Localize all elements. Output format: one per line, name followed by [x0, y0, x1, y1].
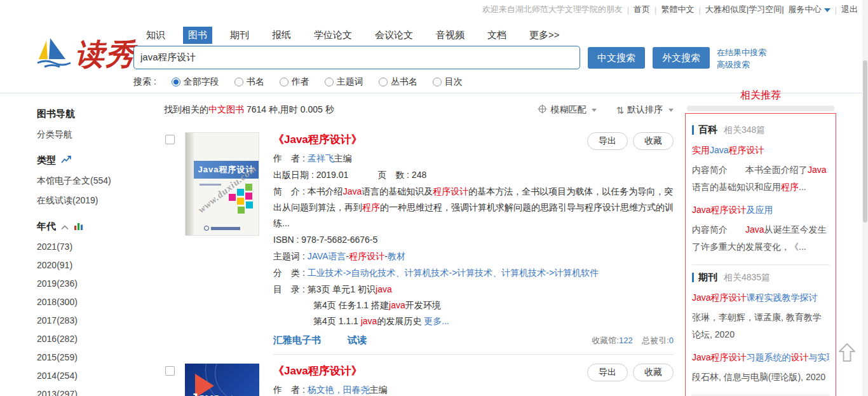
- scope-all-fields[interactable]: 全部字段: [172, 76, 219, 88]
- scope-toc[interactable]: 目次: [433, 76, 463, 88]
- bar-chart-icon[interactable]: [74, 221, 84, 232]
- author-row: 作 者 : 孟祥飞主编: [273, 151, 674, 167]
- year-heading: 年代: [37, 221, 148, 233]
- sidebar-item-online-preview[interactable]: 在线试读(2019): [37, 195, 148, 207]
- recommend-item-link[interactable]: Java程序设计课程实践教学探讨: [692, 292, 829, 304]
- tab-journals[interactable]: 期刊: [225, 27, 254, 44]
- publish-date: 2019.01: [316, 170, 349, 180]
- select-checkbox[interactable]: [165, 366, 175, 376]
- back-to-top-button[interactable]: [837, 342, 857, 366]
- year-filter[interactable]: 2013(297): [37, 389, 148, 396]
- select-checkbox[interactable]: [165, 135, 175, 144]
- arrow-up-icon: [837, 342, 857, 364]
- book-result-1: Java程序设计 www.duxiu.com 《Java程序设计》 导出 收藏 …: [164, 132, 674, 355]
- radio-icon: [234, 78, 243, 86]
- service-center-menu[interactable]: 服务中心: [789, 4, 831, 15]
- book-result-2: Java程序设计 《Java程序设计》 导出 收藏 作 者 : 杨文艳，田春尧主…: [164, 364, 674, 396]
- chevron-down-icon: [824, 8, 831, 12]
- radio-icon: [379, 78, 388, 86]
- chevron-down-icon: [668, 109, 674, 112]
- radio-icon: [325, 78, 334, 86]
- scope-series-title[interactable]: 丛书名: [379, 76, 417, 88]
- export-button[interactable]: 导出: [587, 132, 628, 150]
- sort-dropdown[interactable]: ⇅ 默认排序: [616, 104, 674, 116]
- fuzzy-match-dropdown[interactable]: 模糊匹配: [538, 104, 597, 116]
- recommend-item-link[interactable]: 实用Java程序设计: [692, 145, 829, 156]
- traditional-chinese-link[interactable]: 繁體中文: [661, 4, 694, 15]
- year-filter[interactable]: 2018(300): [37, 297, 148, 307]
- tab-more[interactable]: 更多>>: [524, 27, 565, 44]
- recommend-item-desc: 内容简介 本书全面介绍了Java语言的基础知识和应用程序...: [692, 161, 829, 196]
- author-link[interactable]: 杨文艳，田春尧主编: [308, 385, 388, 395]
- scrollbar-thumb[interactable]: [863, 60, 867, 222]
- results-main: 找到相关的中文图书 7614 种,用时 0.005 秒 模糊匹配 ⇅ 默认排序: [164, 104, 674, 396]
- sidebar-item-category-nav[interactable]: 分类导航: [37, 129, 148, 140]
- year-filter[interactable]: 2020(91): [37, 260, 148, 270]
- section-divider: [692, 264, 829, 265]
- search-input[interactable]: [133, 46, 580, 69]
- cover-mosaic-art: [229, 194, 236, 201]
- recommend-box: 百科 相关348篇 实用Java程序设计 内容简介 本书全面介绍了Java语言的…: [685, 113, 836, 396]
- author-link[interactable]: 孟祥飞主编: [308, 153, 352, 163]
- result-divider: [273, 354, 674, 355]
- separator: |: [698, 5, 700, 15]
- subject-row: 主题词 : JAVA语言-程序设计-教材: [273, 249, 674, 264]
- subject-links[interactable]: JAVA语言-程序设计-教材: [308, 251, 405, 261]
- preview-link[interactable]: 试读: [348, 334, 367, 346]
- chevron-up-icon[interactable]: [61, 221, 69, 232]
- recommend-item-link[interactable]: Java程序设计及应用: [692, 205, 829, 216]
- year-filter[interactable]: 2021(73): [37, 242, 148, 252]
- tab-audio-video[interactable]: 音视频: [431, 27, 470, 44]
- export-button[interactable]: 导出: [587, 364, 628, 381]
- favorite-button[interactable]: 收藏: [633, 364, 674, 381]
- page-count: 248: [412, 170, 426, 180]
- scope-book-title[interactable]: 书名: [234, 76, 264, 88]
- holdings-count[interactable]: 收藏馆:122: [592, 336, 632, 345]
- tab-conference-papers[interactable]: 会议论文: [370, 27, 418, 44]
- year-filter[interactable]: 2016(282): [37, 334, 148, 344]
- trend-chart-icon[interactable]: [61, 155, 72, 166]
- tab-theses[interactable]: 学位论文: [309, 27, 357, 44]
- year-filter[interactable]: 2019(236): [37, 278, 148, 289]
- related-recommendations: 相关推荐 百科 相关348篇 实用Java程序设计 内容简介 本书全面介绍了Ja…: [685, 89, 836, 396]
- book-cover-thumbnail[interactable]: Java程序设计: [185, 364, 259, 396]
- section-divider: [692, 395, 829, 395]
- advanced-search-link[interactable]: 高级搜索: [717, 58, 766, 71]
- page-scrollbar-track[interactable]: [862, 0, 868, 396]
- recommend-item-desc: 张琳，李朝辉，谭孟康, 教育教学论坛, 2020: [692, 309, 829, 343]
- duxiu-book-search-page: 欢迎来自湖北师范大学文理学院的朋友 | 首页 | 繁體中文 | 大雅相似度|学习…: [0, 0, 868, 396]
- book-cover-thumbnail[interactable]: Java程序设计 www.duxiu.com: [185, 132, 259, 236]
- chinese-search-button[interactable]: 中文搜索: [588, 47, 645, 69]
- tab-documents[interactable]: 文档: [482, 27, 512, 44]
- foreign-search-button[interactable]: 外文搜索: [653, 47, 710, 69]
- filter-sidebar: 图书导航 分类导航 类型 本馆电子全文(554) 在线试读(2019) 年代: [37, 108, 148, 396]
- toc-row-3: 第4页 1.1.1 java的发展历史 更多...: [273, 313, 674, 329]
- search-within-results-link[interactable]: 在结果中搜索: [717, 46, 766, 58]
- book-stats: 收藏馆:122 总被引:0: [592, 335, 674, 346]
- huiya-ebook-link[interactable]: 汇雅电子书: [273, 334, 321, 346]
- separator: |: [654, 5, 656, 15]
- favorite-button[interactable]: 收藏: [633, 132, 674, 150]
- section-accent-bar: [692, 125, 694, 135]
- book-title-link[interactable]: 《Java程序设计》: [273, 132, 587, 147]
- scope-subject[interactable]: 主题词: [325, 76, 363, 88]
- tab-books[interactable]: 图书: [183, 27, 212, 44]
- sidebar-item-fulltext[interactable]: 本馆电子全文(554): [37, 175, 148, 187]
- logout-link[interactable]: 退出: [841, 4, 858, 15]
- home-link[interactable]: 首页: [634, 4, 650, 15]
- year-filter[interactable]: 2017(283): [37, 315, 148, 325]
- year-filter[interactable]: 2015(259): [37, 352, 148, 362]
- cover-byline-mark: [200, 184, 221, 186]
- tab-newspapers[interactable]: 报纸: [267, 27, 296, 44]
- author-row: 作 者 : 杨文艳，田春尧主编: [273, 382, 674, 396]
- book-title-link[interactable]: 《Java程序设计》: [273, 364, 587, 378]
- welcome-text: 欢迎来自湖北师范大学文理学院的朋友: [482, 4, 623, 15]
- scope-author[interactable]: 作者: [280, 76, 309, 88]
- duxiu-logo[interactable]: 读秀: [36, 37, 136, 72]
- recommend-title[interactable]: 相关推荐: [685, 89, 836, 102]
- tab-knowledge[interactable]: 知识: [141, 27, 170, 44]
- daya-learning-link[interactable]: 大雅相似度|学习空间|: [705, 4, 784, 15]
- year-filter[interactable]: 2014(254): [37, 371, 148, 381]
- category-breadcrumb-links[interactable]: 工业技术->自动化技术、计算机技术->计算技术、计算机技术->计算机软件: [308, 268, 599, 278]
- recommend-item-link[interactable]: Java程序设计习题系统的设计与实现: [692, 352, 829, 364]
